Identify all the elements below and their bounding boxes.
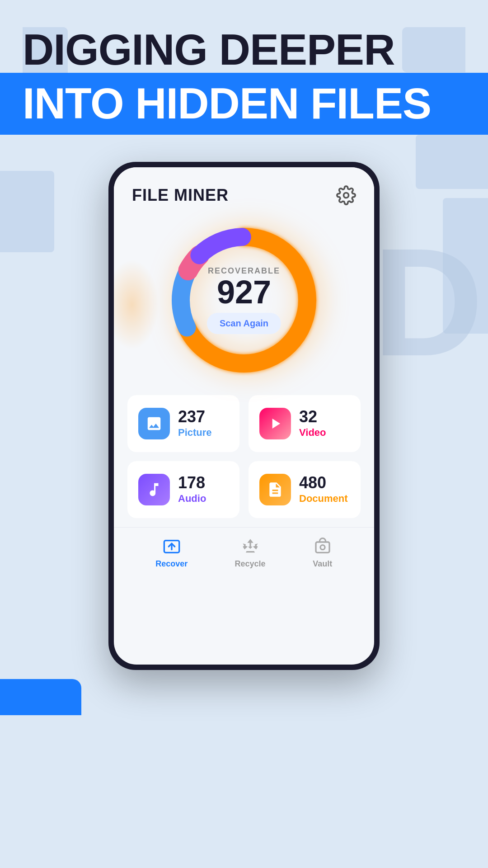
svg-point-0 [344,193,349,198]
app-title: FILE MINER [132,186,229,205]
recycle-nav-label: Recycle [235,559,265,569]
file-card-document[interactable]: 480 Document [249,461,361,518]
file-grid: 237 Picture 32 Video [114,395,374,527]
file-card-picture[interactable]: 237 Picture [127,395,239,452]
picture-icon [138,408,170,439]
audio-count: 178 [178,475,206,491]
gear-icon[interactable] [336,185,356,205]
donut-center: RECOVERABLE 927 Scan Again [207,266,281,334]
document-count: 480 [299,475,348,491]
recoverable-count: 927 [207,276,281,308]
recycle-nav-icon [240,537,260,557]
nav-item-recover[interactable]: Recover [155,537,188,569]
document-label: Document [299,493,348,505]
bottom-nav: Recover Recycle [114,527,374,581]
orange-glow [114,259,159,350]
bottom-bar-outer [0,670,488,715]
vault-nav-icon [313,537,333,557]
nav-item-vault[interactable]: Vault [313,537,333,569]
video-label: Video [299,427,326,439]
bottom-bar-blue [0,679,81,715]
recover-nav-label: Recover [155,559,188,569]
document-icon [259,474,291,505]
svg-rect-7 [316,542,329,552]
header-title-line1: DIGGING DEEPER [23,27,465,73]
watermark: D [372,225,474,379]
bg-rect-right-top [416,135,488,189]
phone-mockup: FILE MINER [108,162,380,670]
header-section: DIGGING DEEPER INTO HIDDEN FILES [0,0,488,135]
picture-count: 237 [178,409,212,425]
audio-icon [138,474,170,505]
bg-rect-left [0,171,54,252]
phone-area: D FILE MINER [0,135,488,670]
donut-container: RECOVERABLE 927 Scan Again [167,223,321,377]
audio-label: Audio [178,493,206,505]
svg-point-8 [320,545,325,549]
audio-info: 178 Audio [178,475,206,505]
nav-item-recycle[interactable]: Recycle [235,537,265,569]
picture-label: Picture [178,427,212,439]
phone-screen: FILE MINER [114,167,374,665]
app-header: FILE MINER [114,167,374,214]
video-count: 32 [299,409,326,425]
video-info: 32 Video [299,409,326,439]
picture-info: 237 Picture [178,409,212,439]
file-card-audio[interactable]: 178 Audio [127,461,239,518]
chart-area: RECOVERABLE 927 Scan Again [114,214,374,395]
document-info: 480 Document [299,475,348,505]
scan-again-button[interactable]: Scan Again [207,313,281,334]
video-icon [259,408,291,439]
vault-nav-label: Vault [313,559,332,569]
header-title-line2: INTO HIDDEN FILES [23,81,465,127]
file-card-video[interactable]: 32 Video [249,395,361,452]
recover-nav-icon [162,537,182,557]
